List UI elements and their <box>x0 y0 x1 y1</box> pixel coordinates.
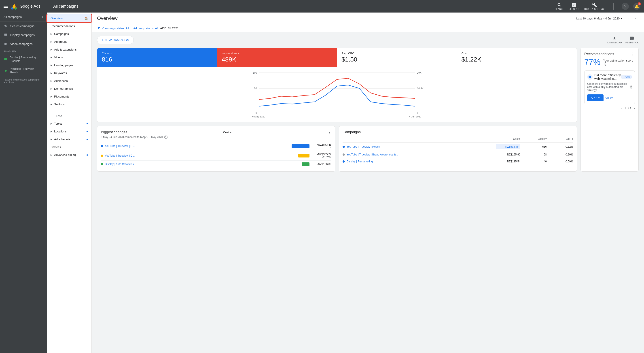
subnav-item-devices[interactable]: Devices <box>47 143 92 151</box>
feedback-button[interactable]: FEEDBACK <box>626 36 639 44</box>
changes-name-3[interactable]: Display | Auto Creative > <box>105 163 300 166</box>
reports-nav-button[interactable]: REPORTS <box>569 3 580 10</box>
download-button[interactable]: DOWNLOAD <box>607 36 622 44</box>
add-filter-button[interactable]: ADD FILTER <box>160 27 178 30</box>
subnav-item-locations[interactable]: ▶ Locations <box>47 128 92 135</box>
search-nav-button[interactable]: SEARCH <box>555 3 564 10</box>
row-clicks-1: 666 <box>522 145 547 148</box>
clicks-label: Clicks ▾ <box>102 52 212 55</box>
rec-apply-button[interactable]: APPLY <box>587 94 604 101</box>
biggest-changes-subtitle: 6 May - 4 Jun 2020 compared to 6 Apr - 5… <box>101 136 332 139</box>
subnav-item-placements[interactable]: ▶ Placements <box>47 93 92 100</box>
filter-bar: ▼ Campaign status: All ; Ad group status… <box>92 24 644 32</box>
avg-cpc-label: Avg. CPC <box>342 52 452 55</box>
svg-text:6 May 2020: 6 May 2020 <box>252 115 265 118</box>
changes-name-1[interactable]: YouTube | Trueview | R... <box>105 145 290 148</box>
cost-more-icon[interactable]: ⋮ <box>570 51 574 56</box>
download-icon <box>612 36 617 41</box>
svg-text:0: 0 <box>256 112 257 114</box>
date-prev-button[interactable]: ‹ <box>625 15 632 22</box>
changes-value-1: +NZ$873.46 +∞ <box>311 143 332 149</box>
campaigns-more-icon[interactable]: ⋮ <box>569 130 573 135</box>
info-icon[interactable]: ? <box>164 136 168 139</box>
metric-cost[interactable]: Cost $1.22K ⋮ <box>457 48 577 67</box>
changes-bar-2 <box>298 154 310 157</box>
rec-view-button[interactable]: VIEW <box>605 94 613 101</box>
changes-name-2[interactable]: YouTube | Trueview | D... <box>105 154 296 157</box>
changes-dot-2 <box>101 155 103 157</box>
more-options-icon[interactable]: ⋮ <box>37 15 40 19</box>
subnav-item-audiences[interactable]: ▶ Audiences <box>47 77 92 85</box>
adgroup-status-value: All <box>155 27 158 30</box>
bottom-cards: Biggest changes Cost ▾ ⋮ 6 May - 4 Jun 2… <box>97 126 577 172</box>
biggest-changes-title: Biggest changes <box>101 130 127 134</box>
date-range-selector[interactable]: Last 30 days 6 May – 4 Jun 2020 ▾ <box>576 17 622 20</box>
topics-label: Topics <box>54 122 62 125</box>
sidebar-item-video-campaigns[interactable]: Video campaigns <box>0 39 47 48</box>
dropdown-icon[interactable]: ▾ <box>42 15 44 19</box>
bid-dot <box>86 154 88 156</box>
row-name-2[interactable]: YouTube | Trueview | Brand Awareness &..… <box>346 153 494 156</box>
subnav-item-ad-groups[interactable]: ▶ Ad groups <box>47 38 92 46</box>
notifications-button[interactable]: 🔔 1 <box>633 3 640 10</box>
new-campaign-button[interactable]: + NEW CAMPAIGN <box>97 36 134 44</box>
sub-sidebar: Overview 🏠 Recommendations ▶ Campaigns ▶… <box>47 13 92 353</box>
performance-chart: 100 50 0 29K 14.5K 0 6 <box>102 71 572 120</box>
subnav-item-landing-pages[interactable]: ▶ Landing pages <box>47 61 92 69</box>
row-dot-1 <box>342 146 345 148</box>
metric-avg-cpc[interactable]: Avg. CPC $1.50 ⋮ <box>337 48 457 67</box>
subnav-item-videos[interactable]: ▶ Videos <box>47 54 92 61</box>
col-clicks[interactable]: Clicks ▾ <box>522 137 547 141</box>
biggest-changes-sort[interactable]: Cost ▾ <box>223 131 232 134</box>
subnav-item-ad-schedule[interactable]: ▶ Ad schedule <box>47 135 92 143</box>
subnav-item-topics[interactable]: ▶ Topics <box>47 120 92 128</box>
sidebar-item-youtube-trueview[interactable]: YouTube | Trueview | Reach <box>0 65 47 77</box>
svg-rect-4 <box>4 34 7 36</box>
metric-clicks[interactable]: Clicks ▾ 816 <box>97 48 217 67</box>
sidebar-item-display-remarketing[interactable]: Display | Remarketing | Products <box>0 54 47 65</box>
rec-more-icon[interactable]: ⋮ <box>631 52 635 57</box>
rec-info-icon[interactable]: ? <box>604 62 607 66</box>
campaigns-label: Campaigns <box>54 32 69 36</box>
subnav-item-demographics[interactable]: ▶ Demographics <box>47 85 92 93</box>
logo-text: Google Ads <box>20 4 40 9</box>
rec-next-button[interactable]: › <box>634 107 635 110</box>
help-button[interactable]: ? <box>622 3 629 10</box>
row-name-1[interactable]: YouTube | Trueview | Reach <box>346 145 494 148</box>
search-campaigns-label: Search campaigns <box>10 24 34 28</box>
topics-dot <box>86 123 88 124</box>
row-name-3[interactable]: Display | Remarketing | <box>346 160 494 163</box>
subnav-item-settings[interactable]: ▶ Settings <box>47 100 92 108</box>
top-navigation: Google Ads All campaigns SEARCH REPORTS … <box>0 0 644 13</box>
less-label: Less <box>56 114 62 118</box>
campaign-status-filter[interactable]: Campaign status: All <box>102 27 129 30</box>
subnav-item-overview[interactable]: Overview 🏠 <box>47 14 92 22</box>
avg-cpc-more-icon[interactable]: ⋮ <box>450 51 454 56</box>
subnav-item-recommendations[interactable]: Recommendations <box>47 22 92 30</box>
devices-label: Devices <box>50 145 61 149</box>
sidebar-header: All campaigns ⋮ ▾ <box>0 13 47 22</box>
subnav-less-button[interactable]: — Less <box>47 112 92 120</box>
rec-desc-info-icon[interactable]: ? <box>630 86 632 89</box>
metric-impressions[interactable]: Impressions ▾ 489K <box>217 48 337 67</box>
subnav-item-advanced-bid[interactable]: ▶ Advanced bid adj. <box>47 151 92 159</box>
date-next-button[interactable]: › <box>632 15 639 22</box>
col-cost[interactable]: Cost ▾ <box>496 137 520 141</box>
biggest-changes-more-icon[interactable]: ⋮ <box>327 130 332 135</box>
subnav-item-keywords[interactable]: ▶ Keywords <box>47 69 92 77</box>
adgroup-status-filter[interactable]: Ad group status: All <box>133 27 158 30</box>
tools-nav-button[interactable]: TOOLS & SETTINGS <box>584 3 605 10</box>
col-ctr[interactable]: CTR ▾ <box>548 137 573 141</box>
keywords-label: Keywords <box>54 71 67 75</box>
sidebar-item-search-campaigns[interactable]: Search campaigns <box>0 22 47 31</box>
date-label: Last 30 days <box>576 17 593 20</box>
subnav-item-ads-extensions[interactable]: ▶ Ads & extensions <box>47 46 92 54</box>
hamburger-menu[interactable] <box>4 5 8 8</box>
sidebar-item-display-campaigns[interactable]: Display campaigns <box>0 31 47 39</box>
schedule-dot <box>86 139 88 140</box>
chevron-demographics-icon: ▶ <box>50 88 52 90</box>
rec-prev-button[interactable]: ‹ <box>621 107 622 110</box>
adgroup-status-label: Ad group status: <box>133 27 154 30</box>
subnav-item-campaigns[interactable]: ▶ Campaigns <box>47 30 92 38</box>
nav-divider-2 <box>613 3 614 10</box>
